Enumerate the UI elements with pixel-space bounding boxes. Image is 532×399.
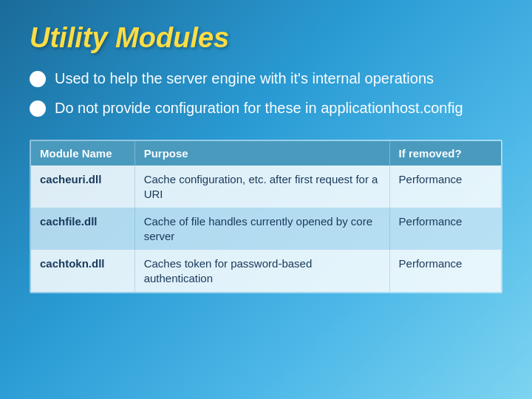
cell-module-0: cacheuri.dll [31, 166, 134, 208]
cell-purpose-1: Cache of file handles currently opened b… [134, 208, 389, 250]
cell-purpose-2: Caches token for password-based authenti… [134, 250, 389, 292]
cell-module-1: cachfile.dll [31, 208, 134, 250]
col-header-module: Module Name [31, 141, 134, 166]
col-header-purpose: Purpose [134, 141, 389, 166]
bullet-item-1: Used to help the server engine with it's… [30, 69, 502, 88]
table-header-row: Module Name Purpose If removed? [31, 141, 501, 166]
cell-purpose-0: Cache configuration, etc. after first re… [134, 166, 389, 208]
slide-title: Utility Modules [30, 22, 502, 54]
table-body: cacheuri.dll Cache configuration, etc. a… [31, 166, 501, 292]
table-row: cachfile.dll Cache of file handles curre… [31, 208, 501, 250]
bullet-item-2: Do not provide configuration for these i… [30, 98, 502, 117]
slide-container: Utility Modules Used to help the server … [0, 0, 532, 399]
modules-table: Module Name Purpose If removed? cacheuri… [31, 141, 501, 292]
bullet-text-1: Used to help the server engine with it's… [55, 69, 502, 88]
bullet-text-2: Do not provide configuration for these i… [55, 98, 502, 117]
cell-module-2: cachtokn.dll [31, 250, 134, 292]
bullet-dot-2 [30, 100, 46, 117]
cell-removed-2: Performance [389, 250, 501, 292]
bullets-list: Used to help the server engine with it's… [30, 69, 502, 117]
cell-removed-1: Performance [389, 208, 501, 250]
table-row: cachtokn.dll Caches token for password-b… [31, 250, 501, 292]
col-header-removed: If removed? [389, 141, 501, 166]
bullet-dot-1 [30, 71, 46, 87]
table-row: cacheuri.dll Cache configuration, etc. a… [31, 166, 501, 208]
data-table-container: Module Name Purpose If removed? cacheuri… [30, 140, 502, 293]
cell-removed-0: Performance [389, 166, 501, 208]
